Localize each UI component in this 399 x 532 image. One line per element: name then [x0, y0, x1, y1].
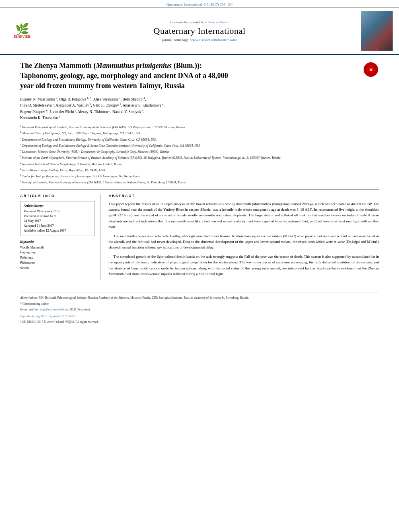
abstract-header: ABSTRACT [109, 194, 379, 198]
author-oblogov: Gleb E. Oblogov f [93, 103, 121, 107]
email-note: E-mail address: olga@mammothsite.org (O.… [20, 307, 379, 312]
abbreviations-note: Abbreviations: PIN, Borissiak Paleontolo… [20, 296, 379, 300]
journal-header: 🌿 ELSEVIER Contents lists available at S… [0, 8, 399, 55]
main-content: The Zhenya Mammoth (Mammuthus primigeniu… [0, 55, 399, 334]
doi-line: http://dx.doi.org/10.1016/j.quaint.2017.… [20, 314, 379, 318]
homepage-line: journal homepage: www.elsevier.com/locat… [44, 38, 355, 42]
article-title-section: The Zhenya Mammoth (Mammuthus primigeniu… [20, 61, 379, 91]
affil-j: j Zoological Institute, Russian Academy … [20, 179, 379, 185]
elsevier-logo-block: 🌿 ELSEVIER [14, 24, 30, 39]
corresponding-note: * Corresponding author. [20, 302, 379, 306]
keyword-4: Pleistocene [20, 261, 95, 266]
doi-link[interactable]: http://dx.doi.org/10.1016/j.quaint.2017.… [20, 314, 76, 318]
affil-g: g Research Institute of Human Morphology… [20, 161, 379, 166]
author-shapiro: Beth Shapiro d [123, 97, 145, 101]
revised-label: Received in revised form [24, 214, 91, 219]
sciencedirect-link[interactable]: ScienceDirect [208, 20, 228, 24]
author-potapova: Olga R. Potapova b, * [59, 97, 91, 101]
available-date: Available online 12 August 2017 [24, 228, 91, 233]
publisher-logo: 🌿 ELSEVIER [4, 11, 40, 51]
author-vershinina: Alisa Vershinina c [93, 97, 120, 101]
abstract-col: ABSTRACT This paper reports the results … [109, 194, 379, 280]
abstract-para-1: This paper reports the results of an in-… [109, 201, 379, 230]
footer-notes: Abbreviations: PIN, Borissiak Paleontolo… [20, 292, 379, 324]
svg-text:✕: ✕ [369, 67, 373, 73]
article-info-col: ARTICLE INFO Article history: Received 2… [20, 194, 101, 280]
crossmark-icon: ✕ [364, 62, 378, 77]
article-title-text: The Zhenya Mammoth (Mammuthus primigeniu… [20, 61, 359, 91]
accepted-date: Accepted 21 June 2017 [24, 224, 91, 228]
journal-cover-image: QI [361, 11, 393, 51]
issn-line: 1040-6182/© 2017 Elsevier Ltd and INQUA.… [20, 320, 379, 324]
affil-c: c Department of Ecology and Evolutionary… [20, 136, 379, 142]
journal-cover: QI [359, 11, 395, 51]
keywords-section: Keywords: Woolly Mammoth Haplogroup Path… [20, 240, 95, 271]
author-tikhonov: Alexey N. Tikhonov j [77, 110, 110, 114]
elsevier-label: ELSEVIER [14, 35, 30, 39]
affil-h: h Bryn Athyn College, College Drive, Bry… [20, 167, 379, 173]
affil-d: d Department of Ecology and Evolutionary… [20, 142, 379, 148]
keyword-1: Woolly Mammoth [20, 245, 95, 251]
keyword-5: Siberia [20, 266, 95, 271]
elsevier-icon: 🌿 [14, 24, 30, 35]
journal-homepage-link[interactable]: www.elsevier.com/locate/quaint [190, 38, 237, 42]
crossmark-badge[interactable]: ✕ [363, 62, 379, 77]
author-potapov-e: Eugene Potapov h [20, 110, 47, 114]
article-title: The Zhenya Mammoth (Mammuthus primigeniu… [20, 61, 359, 91]
keywords-label: Keywords: [20, 240, 95, 244]
author-tarasenko: Konstantin K. Tarasenko a [20, 116, 60, 120]
received-date: Received 29 February 2016 [24, 209, 91, 214]
affil-e: e Lomonosov Moscow State University (MSU… [20, 148, 379, 154]
keyword-3: Pathology [20, 255, 95, 261]
journal-title-area: Contents lists available at ScienceDirec… [44, 11, 355, 51]
author-streletskaya: Irina D. Streletskaya e [20, 103, 54, 107]
author-serdyuk: Natalia V. Serdyuk a [112, 110, 143, 114]
author-email-link[interactable]: olga@mammothsite.org [40, 308, 69, 311]
keyword-2: Haplogroup [20, 250, 95, 255]
author-kharlamova: Anastasia S. Kharlamova g [123, 103, 164, 107]
author-vasiliev: Alexander A. Vasiliev f [56, 103, 91, 107]
journal-name: Quaternary International [44, 26, 355, 36]
journal-citation-bar: Quaternary International 445 (2017) 104–… [0, 0, 399, 8]
abstract-para-3: The completed growth of the light-colore… [109, 254, 379, 277]
article-history-box: Article history: Received 29 February 20… [20, 201, 95, 236]
affil-i: i Center for Isotope Research, Universit… [20, 173, 379, 179]
article-info-header: ARTICLE INFO [20, 194, 95, 198]
journal-citation: Quaternary International 445 (2017) 104–… [167, 2, 232, 6]
affiliations-section: a Borissiak Paleontological Institute, R… [20, 124, 379, 190]
authors-section: Evgeny N. Maschenko a, Olga R. Potapova … [20, 96, 379, 121]
abstract-para-2: The mammoth's bones were relatively heal… [109, 233, 379, 251]
author-maschenko: Evgeny N. Maschenko a [20, 97, 57, 101]
contents-line: Contents lists available at ScienceDirec… [44, 20, 355, 24]
abstract-text: This paper reports the results of an in-… [109, 201, 379, 277]
author-van-der-plicht: J. van der Plicht i [49, 110, 76, 114]
article-page: Quaternary International 445 (2017) 104–… [0, 0, 399, 532]
two-col-section: ARTICLE INFO Article history: Received 2… [20, 194, 379, 280]
affil-f: f Institute of the Earth Cryosphere, Sib… [20, 154, 379, 160]
affil-b: b Mammoth Site of Hot Springs, SD, Inc.,… [20, 130, 379, 136]
email-ref: (O.R. Potapova). [70, 308, 90, 311]
revised-date: 24 May 2017 [24, 219, 91, 224]
article-history-label: Article history: [24, 204, 91, 207]
affil-a: a Borissiak Paleontological Institute, R… [20, 124, 379, 129]
